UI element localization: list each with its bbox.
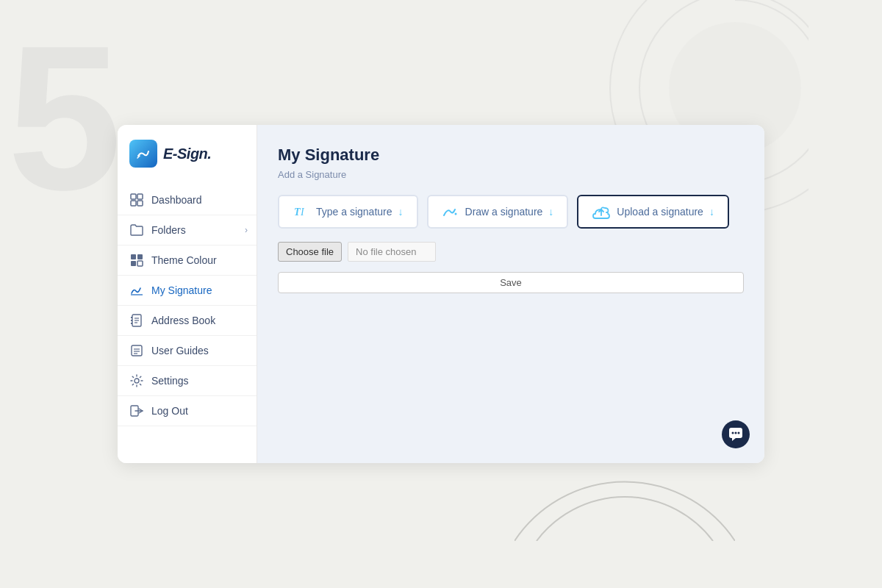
- tab-draw-signature[interactable]: Draw a signature ↓: [427, 195, 569, 229]
- logo-area: E-Sign.: [118, 140, 257, 185]
- type-signature-label: Type a signature: [316, 206, 392, 218]
- draw-signature-arrow: ↓: [548, 206, 553, 218]
- choose-file-button[interactable]: Choose file: [278, 242, 342, 262]
- tab-type-signature[interactable]: T I Type a signature ↓: [278, 195, 418, 229]
- save-button[interactable]: Save: [278, 272, 744, 293]
- log-out-icon: [129, 404, 144, 418]
- svg-point-30: [732, 432, 734, 434]
- draw-signature-icon: [442, 204, 459, 219]
- svg-rect-3: [131, 194, 136, 199]
- svg-point-31: [735, 432, 737, 434]
- main-content: My Signature Add a Signature T I Type a …: [257, 125, 764, 463]
- upload-signature-icon: [592, 204, 611, 220]
- svg-point-28: [454, 213, 456, 215]
- folders-chevron: ›: [245, 225, 248, 235]
- settings-label: Settings: [151, 375, 189, 387]
- svg-rect-8: [137, 254, 143, 259]
- sidebar-item-address-book[interactable]: Address Book: [118, 306, 257, 336]
- logo-text: E-Sign.: [163, 146, 211, 162]
- sidebar-item-dashboard[interactable]: Dashboard: [118, 185, 257, 215]
- svg-rect-7: [131, 254, 136, 259]
- svg-point-32: [738, 432, 740, 434]
- my-signature-label: My Signature: [151, 284, 212, 296]
- file-upload-row: Choose file No file chosen: [278, 242, 744, 262]
- log-out-label: Log Out: [151, 405, 188, 417]
- svg-rect-5: [131, 201, 136, 206]
- address-book-label: Address Book: [151, 315, 215, 326]
- svg-rect-9: [131, 261, 136, 266]
- sidebar-item-theme-colour[interactable]: Theme Colour: [118, 245, 257, 276]
- sidebar-item-log-out[interactable]: Log Out: [118, 396, 257, 426]
- page-subtitle: Add a Signature: [278, 169, 744, 180]
- theme-icon: [129, 253, 144, 268]
- sidebar-item-my-signature[interactable]: My Signature: [118, 276, 257, 306]
- settings-icon: [129, 373, 144, 388]
- svg-rect-4: [137, 194, 143, 199]
- sidebar: E-Sign. Dashboard Folders: [118, 125, 257, 463]
- draw-signature-label: Draw a signature: [465, 206, 543, 218]
- sidebar-item-settings[interactable]: Settings: [118, 366, 257, 396]
- dashboard-label: Dashboard: [151, 194, 202, 206]
- type-signature-icon: T I: [293, 204, 310, 219]
- logo-icon: [129, 140, 157, 168]
- upload-signature-label: Upload a signature: [617, 206, 703, 218]
- user-guides-label: User Guides: [151, 345, 209, 356]
- dashboard-icon: [129, 193, 144, 207]
- svg-rect-6: [137, 201, 143, 206]
- svg-rect-10: [137, 261, 143, 266]
- signature-icon: [129, 283, 144, 298]
- svg-rect-19: [132, 345, 142, 356]
- user-guides-icon: [129, 343, 144, 358]
- folder-icon: [129, 223, 144, 237]
- page-title: My Signature: [278, 146, 744, 165]
- sidebar-item-folders[interactable]: Folders ›: [118, 215, 257, 245]
- file-name-display: No file chosen: [348, 242, 436, 262]
- type-signature-arrow: ↓: [398, 206, 404, 218]
- chat-bubble-button[interactable]: [722, 420, 750, 448]
- svg-text:I: I: [300, 207, 305, 218]
- address-book-icon: [129, 313, 144, 328]
- sidebar-item-user-guides[interactable]: User Guides: [118, 336, 257, 366]
- signature-tabs: T I Type a signature ↓ Draw a signature …: [278, 195, 744, 229]
- background-arc: [514, 453, 735, 544]
- svg-point-23: [135, 379, 139, 383]
- upload-signature-arrow: ↓: [709, 206, 714, 218]
- folders-label: Folders: [151, 224, 186, 236]
- tab-upload-signature[interactable]: Upload a signature ↓: [577, 195, 729, 229]
- main-card: E-Sign. Dashboard Folders: [118, 125, 764, 463]
- theme-colour-label: Theme Colour: [151, 254, 217, 266]
- background-number: 5: [7, 15, 122, 220]
